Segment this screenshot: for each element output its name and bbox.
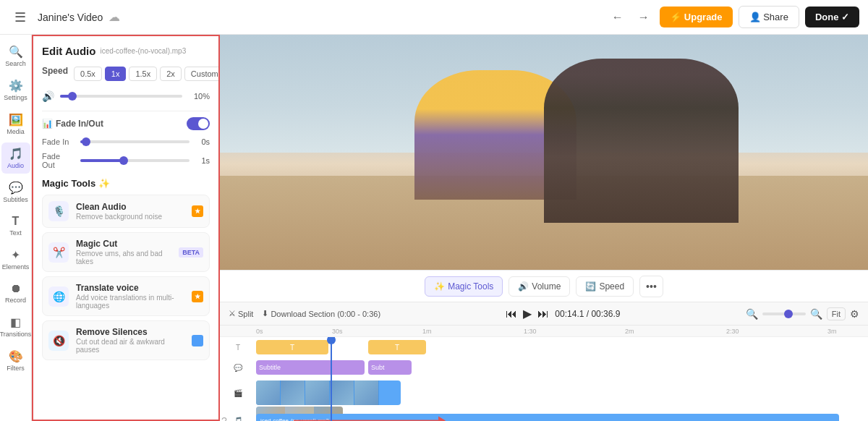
sidebar-label-settings: Settings bbox=[4, 94, 27, 101]
settings-timeline-icon[interactable]: ⚙ bbox=[850, 308, 859, 320]
fade-out-label: Fade Out bbox=[42, 152, 75, 169]
topbar-actions: ← → ⚡ Upgrade 👤 Share Done ✓ bbox=[608, 6, 859, 28]
subtitle-track-content: Subtitle Subt bbox=[256, 359, 868, 376]
clean-audio-icon: 🎙️ bbox=[48, 201, 69, 221]
share-button[interactable]: 👤 Share bbox=[739, 6, 799, 28]
clean-audio-name: Clean Audio bbox=[76, 202, 184, 212]
volume-toolbar-icon: 🔊 bbox=[518, 281, 529, 292]
clean-audio-item[interactable]: 🎙️ Clean Audio Remove background noise ★ bbox=[42, 195, 210, 228]
zoom-in-icon[interactable]: 🔍 bbox=[810, 308, 822, 320]
sidebar-item-media[interactable]: 🖼️ Media bbox=[1, 109, 30, 140]
download-button[interactable]: ⬇ Download Section (0:00 - 0:36) bbox=[262, 309, 380, 318]
speed-1.5x[interactable]: 1.5x bbox=[129, 67, 157, 81]
text-block-1[interactable]: T bbox=[256, 340, 328, 354]
volume-toolbar-label: Volume bbox=[532, 281, 561, 292]
fade-in-slider[interactable] bbox=[80, 140, 190, 143]
magic-tools-label: Magic Tools bbox=[42, 178, 95, 189]
topbar-title: Janine's Video ☁ bbox=[38, 10, 602, 24]
sidebar-label-audio: Audio bbox=[7, 162, 24, 169]
upgrade-button[interactable]: ⚡ Upgrade bbox=[660, 7, 733, 27]
speed-toolbar-label: Speed bbox=[599, 281, 624, 292]
remove-silences-text: Remove Silences Cut out dead air & awkwa… bbox=[76, 327, 184, 354]
sidebar-item-transitions[interactable]: ◧ Transitions bbox=[1, 311, 30, 342]
download-icon: ⬇ bbox=[262, 309, 268, 318]
audio-track-row: 🎵 iced-coffee-(no-vocal).mp3 bbox=[220, 412, 868, 421]
split-button[interactable]: ⚔ Split bbox=[229, 309, 253, 318]
fade-in-label: Fade In bbox=[42, 137, 75, 146]
ruler-2m: 2m bbox=[625, 328, 634, 335]
speed-0.5x[interactable]: 0.5x bbox=[74, 67, 102, 81]
speed-label: Speed bbox=[42, 66, 68, 76]
more-options-button[interactable]: ••• bbox=[639, 276, 663, 297]
clean-audio-text: Clean Audio Remove background noise bbox=[76, 202, 184, 221]
sidebar-item-subtitles[interactable]: 💬 Subtitles bbox=[1, 177, 30, 208]
speed-1x[interactable]: 1x bbox=[105, 67, 127, 81]
sidebar-item-settings[interactable]: ⚙️ Settings bbox=[1, 75, 30, 106]
ruler-0s: 0s bbox=[256, 328, 263, 335]
magic-tools-toolbar-icon: ✨ bbox=[434, 281, 445, 292]
speed-toolbar-icon: 🔄 bbox=[585, 281, 596, 292]
audio-track-content: iced-coffee-(no-vocal).mp3 bbox=[256, 412, 868, 421]
sidebar-label-elements: Elements bbox=[2, 263, 30, 271]
sidebar-item-text[interactable]: T Text bbox=[1, 210, 30, 241]
volume-value: 10% bbox=[188, 92, 210, 101]
transitions-icon: ◧ bbox=[10, 315, 21, 329]
volume-toolbar-button[interactable]: 🔊 Volume bbox=[509, 276, 570, 297]
zoom-out-icon[interactable]: 🔍 bbox=[746, 308, 758, 320]
sidebar-item-elements[interactable]: ✦ Elements bbox=[1, 244, 30, 275]
menu-icon[interactable]: ☰ bbox=[9, 7, 32, 28]
zoom-slider[interactable] bbox=[762, 312, 806, 315]
volume-slider[interactable] bbox=[60, 95, 182, 98]
translate-voice-text: Translate voice Add voice translations i… bbox=[76, 283, 184, 310]
subtitle-block-1[interactable]: Subtitle bbox=[256, 360, 365, 375]
red-arrow-head bbox=[438, 416, 446, 421]
sidebar-label-transitions: Transitions bbox=[0, 331, 31, 338]
skip-back-button[interactable]: ⏮ bbox=[506, 307, 517, 320]
sidebar-item-audio[interactable]: 🎵 Audio bbox=[1, 143, 30, 174]
fade-title: 📊 Fade In/Out bbox=[42, 119, 103, 129]
ruler-1m: 1m bbox=[422, 328, 432, 335]
record-icon: ⏺ bbox=[10, 282, 22, 295]
volume-row: 🔊 10% bbox=[42, 90, 210, 102]
subtitle-block-2[interactable]: Subt bbox=[368, 360, 412, 375]
done-button[interactable]: Done ✓ bbox=[805, 7, 859, 27]
fade-in-value: 0s bbox=[195, 137, 210, 146]
help-icon[interactable]: ? bbox=[221, 415, 227, 421]
sidebar-label-search: Search bbox=[5, 60, 26, 67]
upgrade-icon: ⚡ bbox=[670, 12, 681, 22]
play-button[interactable]: ▶ bbox=[523, 307, 532, 320]
magic-cut-item[interactable]: ✂️ Magic Cut Remove ums, ahs and bad tak… bbox=[42, 232, 210, 272]
text-block-2[interactable]: T bbox=[368, 340, 426, 354]
undo-button[interactable]: ← bbox=[608, 8, 628, 27]
file-name: iced-coffee-(no-vocal).mp3 bbox=[100, 47, 186, 55]
redo-button[interactable]: → bbox=[634, 8, 654, 27]
sidebar-item-search[interactable]: 🔍 Search bbox=[1, 41, 30, 72]
zoom-controls: 🔍 🔍 Fit ⚙ bbox=[746, 307, 859, 320]
translate-voice-item[interactable]: 🌐 Translate voice Add voice translations… bbox=[42, 276, 210, 316]
speed-2x[interactable]: 2x bbox=[160, 67, 182, 81]
speed-custom[interactable]: Custom bbox=[184, 67, 220, 81]
remove-silences-name: Remove Silences bbox=[76, 327, 184, 337]
fade-toggle[interactable] bbox=[187, 117, 210, 130]
sidebar-item-record[interactable]: ⏺ Record bbox=[1, 278, 30, 308]
preview-video bbox=[220, 35, 868, 270]
magic-tools-button[interactable]: ✨ Magic Tools bbox=[425, 276, 503, 297]
fit-button[interactable]: Fit bbox=[827, 307, 846, 320]
divider-1 bbox=[42, 111, 210, 111]
fade-out-slider[interactable] bbox=[80, 159, 190, 162]
preview-toolbar: ✨ Magic Tools 🔊 Volume 🔄 Speed ••• bbox=[220, 270, 868, 302]
media-icon: 🖼️ bbox=[9, 113, 23, 127]
video-block[interactable] bbox=[256, 380, 401, 405]
skip-forward-button[interactable]: ⏭ bbox=[537, 307, 549, 320]
cloud-icon: ☁ bbox=[109, 10, 120, 24]
ruler-3m: 3m bbox=[827, 328, 837, 335]
magic-wand-icon: ✨ bbox=[98, 178, 110, 189]
magic-tools-title: Magic Tools ✨ bbox=[42, 178, 210, 189]
video-track-row: 🎬 bbox=[220, 378, 868, 408]
subtitle-icon: 💬 bbox=[234, 364, 242, 372]
remove-silences-item[interactable]: 🔇 Remove Silences Cut out dead air & awk… bbox=[42, 320, 210, 360]
subtitle-track-label: 💬 bbox=[220, 364, 256, 372]
speed-toolbar-button[interactable]: 🔄 Speed bbox=[576, 276, 634, 297]
remove-silences-icon: 🔇 bbox=[48, 331, 69, 351]
sidebar-item-filters[interactable]: 🎨 Filters bbox=[1, 345, 30, 376]
